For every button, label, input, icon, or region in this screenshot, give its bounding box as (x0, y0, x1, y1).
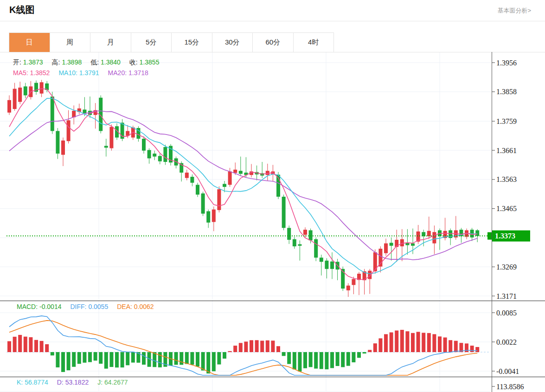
macd-bar (303, 352, 307, 368)
tab-4hour[interactable]: 4时 (294, 33, 334, 52)
macd-bar (51, 352, 54, 355)
macd-bar (18, 335, 22, 352)
macd-bar (276, 346, 280, 352)
candle (314, 239, 318, 258)
macd-bar (131, 352, 135, 363)
macd-bar (196, 352, 199, 366)
legend-item: MA5: 1.3852 (13, 69, 50, 77)
legend-item: K: 56.8774 (17, 379, 48, 386)
candle (309, 230, 313, 240)
macd-bar (266, 341, 269, 352)
macd-bar (115, 352, 119, 367)
macd-bar (443, 337, 447, 352)
axis-label: 1.3759 (496, 117, 517, 125)
macd-bar (212, 352, 216, 371)
macd-bar (29, 337, 32, 352)
candle (298, 244, 301, 246)
fundamental-analysis-link[interactable]: 基本面分析> (497, 6, 531, 15)
macd-bar (45, 344, 49, 352)
candle (61, 141, 65, 155)
macd-bar (405, 331, 409, 352)
page-title: K线图 (9, 4, 34, 16)
macd-bar (309, 352, 313, 367)
candle (83, 109, 86, 113)
candle (158, 156, 162, 161)
candle (390, 243, 393, 245)
macd-bar (104, 352, 108, 369)
macd-bar (94, 352, 97, 360)
macd-bar (260, 341, 264, 352)
candle (330, 262, 334, 269)
legend-item: MACD: -0.0014 (17, 303, 61, 310)
macd-bar (201, 352, 205, 371)
tab-day[interactable]: 日 (9, 33, 50, 52)
candle (325, 261, 328, 269)
macd-bar (378, 338, 382, 352)
tab-5min[interactable]: 5分 (131, 33, 172, 52)
axis-label: 1.3269 (496, 263, 517, 271)
macd-bar (233, 346, 237, 352)
legend-item: 高: 1.3898 (52, 58, 82, 66)
macd-bar (67, 352, 71, 370)
axis-label: 1.3563 (496, 175, 517, 183)
axis-label: 1.3465 (496, 205, 517, 212)
candle (163, 147, 167, 162)
kline-chart[interactable]: 1.39561.38581.37591.36611.35631.34651.32… (0, 52, 545, 392)
macd-bar (13, 337, 17, 352)
period-tab-bar: 日周月5分15分30分60分4时 (9, 32, 334, 52)
macd-bar (271, 341, 275, 352)
header-divider (0, 21, 545, 21)
macd-bar (24, 337, 27, 352)
candle (287, 228, 291, 240)
legend-item: D: 53.1822 (57, 379, 89, 386)
candle (196, 185, 199, 194)
axis-label: 0.0085 (496, 309, 517, 317)
macd-bar (40, 341, 44, 352)
macd-bar (454, 341, 458, 352)
candle (40, 82, 44, 93)
macd-bar (109, 352, 113, 367)
tab-60min[interactable]: 60分 (253, 33, 294, 52)
ohlc-legend: 开: 1.3873高: 1.3898低: 1.3840收: 1.3855 (13, 58, 168, 67)
candle (384, 244, 388, 253)
macd-bar (395, 330, 398, 352)
candle (303, 230, 307, 235)
candle (153, 154, 156, 156)
candle (346, 286, 350, 290)
tab-week[interactable]: 周 (50, 33, 91, 52)
tab-month[interactable]: 月 (90, 33, 131, 52)
candle (282, 197, 286, 228)
macd-bar (77, 352, 81, 364)
candle (147, 150, 151, 158)
candle (109, 127, 113, 148)
candle (24, 86, 27, 95)
legend-item: MA10: 1.3791 (58, 69, 99, 77)
axis-label: 1.3171 (496, 292, 517, 300)
macd-bar (99, 352, 103, 364)
current-price-label: 1.3373 (495, 232, 515, 240)
macd-bar (400, 330, 404, 352)
macd-bar (470, 346, 474, 352)
axis-label: 0.0022 (496, 338, 517, 346)
candle (411, 244, 415, 246)
macd-bar (56, 352, 59, 367)
candle (320, 257, 323, 262)
candle (142, 139, 146, 151)
axis-label: -0.0041 (496, 367, 519, 375)
axis-label: 1.3956 (496, 59, 517, 67)
macd-bar (325, 352, 328, 369)
legend-item: MA20: 1.3718 (108, 69, 148, 77)
macd-bar (142, 352, 146, 365)
macd-bar (190, 352, 194, 365)
macd-bar (346, 352, 350, 366)
macd-bar (126, 352, 129, 365)
legend-item: J: 64.2677 (97, 379, 128, 386)
macd-bar (239, 343, 243, 352)
macd-bar (83, 352, 86, 363)
current-price-pointer (487, 232, 492, 240)
axis-label: 1.3661 (496, 147, 517, 154)
legend-item: DEA: 0.0062 (117, 303, 154, 310)
tab-30min[interactable]: 30分 (212, 33, 253, 52)
tab-15min[interactable]: 15分 (172, 33, 212, 52)
macd-bar (61, 352, 65, 372)
